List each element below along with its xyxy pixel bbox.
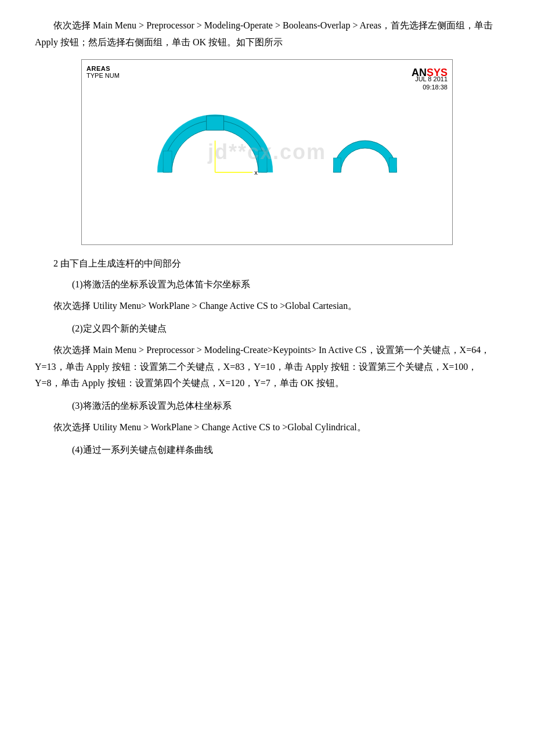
svg-rect-7 (389, 158, 397, 172)
step2-heading: (2)定义四个新的关键点 (35, 321, 499, 337)
section2-heading: 2 由下自上生成连杆的中间部分 (35, 255, 499, 272)
diagram-svg: x (82, 60, 452, 244)
svg-rect-3 (207, 116, 224, 130)
step3-para: 依次选择 Utility Menu > WorkPlane > Change A… (35, 419, 499, 436)
svg-rect-4 (163, 151, 172, 172)
step1-heading: (1)将激活的坐标系设置为总体笛卡尔坐标系 (35, 276, 499, 293)
svg-rect-6 (333, 158, 341, 172)
step3-heading: (3)将激活的坐标系设置为总体柱坐标系 (35, 398, 499, 415)
step1-para: 依次选择 Utility Menu> WorkPlane > Change Ac… (35, 298, 499, 315)
step2-para: 依次选择 Main Menu > Preprocessor > Modeling… (35, 342, 499, 392)
svg-rect-5 (258, 151, 267, 172)
svg-text:x: x (254, 168, 258, 175)
step4-heading: (4)通过一系列关键点创建样条曲线 (35, 442, 499, 459)
intro-paragraph: 依次选择 Main Menu > Preprocessor > Modeling… (35, 17, 499, 51)
ansys-diagram: AREAS TYPE NUM ANSYS JUL 8 2011 09:18:38… (81, 59, 453, 245)
